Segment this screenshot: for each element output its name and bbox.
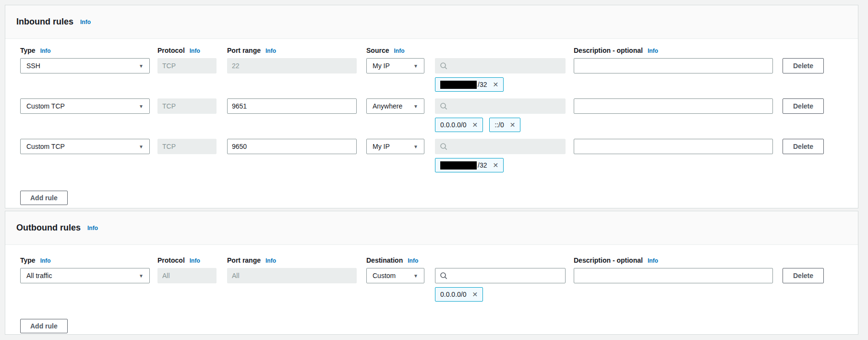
description-column-label: Description - optional [574, 256, 643, 264]
outbound-column-headers: TypeInfo ProtocolInfo Port rangeInfo Des… [20, 256, 848, 264]
inbound-info-link[interactable]: Info [80, 19, 91, 25]
chevron-down-icon: ▼ [139, 144, 144, 149]
protocol-info-link[interactable]: Info [190, 48, 200, 54]
port-range-column-label: Port range [227, 47, 261, 54]
type-info-link[interactable]: Info [40, 48, 51, 54]
remove-cidr-icon[interactable]: ✕ [510, 121, 516, 128]
chevron-down-icon: ▼ [413, 104, 418, 109]
inbound-panel-body: TypeInfo ProtocolInfo Port rangeInfo Sou… [5, 39, 858, 205]
cidr-chip-text: 0.0.0.0/0 [440, 121, 467, 129]
outbound-panel-header: Outbound rules Info [5, 211, 858, 245]
chevron-down-icon: ▼ [139, 104, 144, 109]
source-info-link[interactable]: Info [394, 48, 404, 54]
description-column-label: Description - optional [574, 47, 643, 54]
description-input[interactable] [574, 268, 773, 283]
type-select[interactable]: Custom TCP ▼ [20, 98, 150, 114]
port-range-input[interactable] [227, 98, 357, 114]
destination-info-link[interactable]: Info [408, 257, 418, 264]
type-select[interactable]: SSH ▼ [20, 58, 150, 73]
port-range-input[interactable] [227, 139, 357, 154]
type-select-value: Custom TCP [26, 102, 65, 110]
chevron-down-icon: ▼ [139, 273, 144, 279]
inbound-rules-panel: Inbound rules Info TypeInfo ProtocolInfo… [5, 5, 858, 208]
cidr-chip: 0.0.0.0/0 ✕ [435, 118, 483, 132]
remove-cidr-icon[interactable]: ✕ [493, 162, 498, 169]
outbound-panel-body: TypeInfo ProtocolInfo Port rangeInfo Des… [5, 245, 858, 333]
source-column-label: Source [366, 47, 389, 54]
description-input[interactable] [574, 98, 773, 114]
description-input[interactable] [574, 139, 773, 154]
source-select-value: Anywhere [373, 102, 402, 110]
search-icon [440, 143, 447, 150]
destination-search-input[interactable] [435, 268, 566, 283]
type-select[interactable]: All traffic ▼ [20, 268, 150, 283]
destination-select-value: Custom [373, 272, 396, 279]
description-info-link[interactable]: Info [648, 257, 658, 264]
chevron-down-icon: ▼ [413, 273, 418, 279]
inbound-rule-row: Custom TCP ▼ My IP ▼ Delete /32 [20, 139, 848, 172]
chevron-down-icon: ▼ [139, 63, 144, 69]
port-range-info-link[interactable]: Info [265, 257, 276, 264]
cidr-chip-text: 0.0.0.0/0 [440, 291, 467, 298]
inbound-panel-title: Inbound rules [16, 17, 73, 27]
port-range-column-label: Port range [227, 256, 261, 264]
protocol-info-link[interactable]: Info [190, 257, 200, 264]
type-select-value: SSH [26, 62, 40, 70]
port-range-info-link[interactable]: Info [265, 48, 276, 54]
search-icon [440, 272, 447, 279]
cidr-chip-text: /32 [478, 81, 487, 88]
source-search-input [435, 139, 566, 154]
cidr-chip: ::/0 ✕ [489, 118, 520, 132]
destination-select[interactable]: Custom ▼ [366, 268, 424, 283]
source-search-input [435, 98, 566, 114]
protocol-input [157, 58, 217, 73]
outbound-rules-panel: Outbound rules Info TypeInfo ProtocolInf… [5, 211, 858, 335]
delete-rule-button[interactable]: Delete [783, 98, 824, 114]
source-select-value: My IP [373, 143, 390, 150]
description-input[interactable] [574, 58, 773, 73]
add-rule-button[interactable]: Add rule [20, 319, 68, 333]
outbound-info-link[interactable]: Info [87, 225, 98, 231]
chevron-down-icon: ▼ [413, 144, 418, 149]
inbound-rule-row: Custom TCP ▼ Anywhere ▼ Delete 0.0.0.0/0 [20, 98, 848, 132]
delete-rule-button[interactable]: Delete [783, 139, 824, 154]
protocol-input [157, 98, 217, 114]
cidr-chip-text: ::/0 [494, 121, 504, 129]
cidr-chip-text: /32 [478, 161, 487, 169]
source-select[interactable]: My IP ▼ [366, 58, 424, 73]
source-select[interactable]: Anywhere ▼ [366, 98, 424, 114]
port-range-input [227, 58, 357, 73]
inbound-panel-header: Inbound rules Info [5, 5, 858, 39]
remove-cidr-icon[interactable]: ✕ [472, 121, 478, 128]
protocol-input [157, 268, 217, 283]
redacted-ip [440, 81, 477, 89]
outbound-rule-row: All traffic ▼ Custom ▼ Delete 0.0.0.0/0 [20, 268, 848, 302]
source-select[interactable]: My IP ▼ [366, 139, 424, 154]
search-icon [440, 102, 447, 110]
destination-column-label: Destination [366, 256, 403, 264]
source-search-input [435, 58, 566, 73]
type-select-value: All traffic [26, 272, 52, 279]
type-select[interactable]: Custom TCP ▼ [20, 139, 150, 154]
port-range-input [227, 268, 357, 283]
protocol-column-label: Protocol [157, 256, 185, 264]
cidr-chip: /32 ✕ [435, 77, 504, 92]
remove-cidr-icon[interactable]: ✕ [472, 291, 478, 298]
delete-rule-button[interactable]: Delete [783, 58, 824, 73]
type-info-link[interactable]: Info [40, 257, 51, 264]
outbound-panel-title: Outbound rules [16, 223, 81, 233]
delete-rule-button[interactable]: Delete [783, 268, 824, 283]
inbound-rule-row: SSH ▼ My IP ▼ Delete /32 [20, 58, 848, 92]
protocol-column-label: Protocol [157, 47, 185, 54]
search-icon [440, 62, 447, 70]
type-column-label: Type [20, 256, 36, 264]
cidr-chip: 0.0.0.0/0 ✕ [435, 287, 483, 302]
description-info-link[interactable]: Info [648, 48, 658, 54]
chevron-down-icon: ▼ [413, 63, 418, 69]
source-select-value: My IP [373, 62, 390, 70]
add-rule-button[interactable]: Add rule [20, 191, 68, 205]
remove-cidr-icon[interactable]: ✕ [493, 81, 498, 88]
type-column-label: Type [20, 47, 36, 54]
cidr-chip: /32 ✕ [435, 158, 504, 172]
type-select-value: Custom TCP [26, 143, 65, 150]
